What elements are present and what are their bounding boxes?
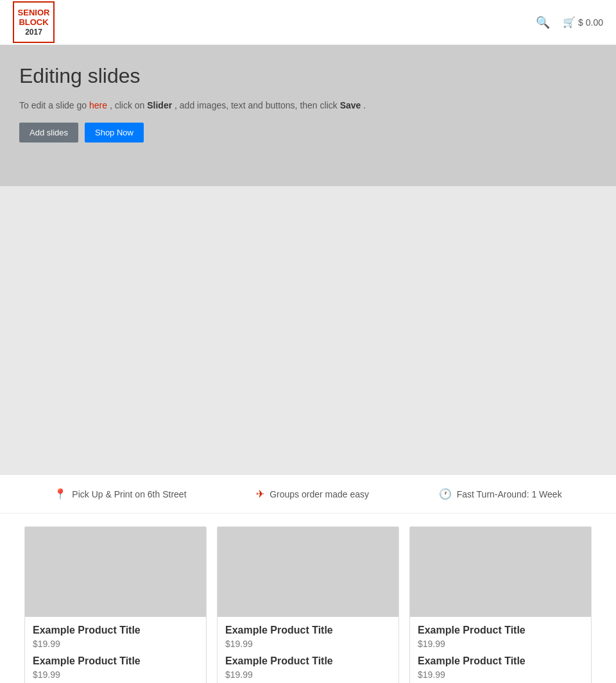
product-price-2b: $19.99 — [225, 670, 391, 680]
banner-section: Editing slides To edit a slide go here ,… — [0, 45, 616, 186]
product-card-2: Example Product Title $19.99 Example Pro… — [217, 526, 399, 683]
feature-item-pickup: 📍 Pick Up & Print on 6th Street — [54, 488, 186, 500]
banner-here-link[interactable]: here — [89, 100, 107, 110]
banner-buttons: Add slides Shop Now — [19, 123, 597, 143]
product-image-1 — [25, 527, 206, 617]
cart-button[interactable]: 🛒 $ 0.00 — [563, 16, 603, 28]
banner-text-1: To edit a slide go — [19, 100, 89, 110]
product-price-2a: $19.99 — [225, 639, 391, 649]
product-title-2a: Example Product Title — [225, 625, 391, 636]
banner-text-end: . — [363, 100, 366, 110]
feature-groups-text: Groups order made easy — [270, 489, 369, 499]
feature-item-groups: ✈ Groups order made easy — [256, 488, 369, 500]
add-slides-button[interactable]: Add slides — [19, 123, 78, 143]
product-price-3a: $19.99 — [418, 639, 583, 649]
product-info-1: Example Product Title $19.99 Example Pro… — [25, 617, 206, 683]
page-title: Editing slides — [19, 64, 597, 88]
feature-turnaround-text: Fast Turn-Around: 1 Week — [457, 489, 562, 499]
slider-area — [0, 186, 616, 475]
groups-icon: ✈ — [256, 488, 264, 500]
product-card-1: Example Product Title $19.99 Example Pro… — [24, 526, 207, 683]
product-card-3: Example Product Title $19.99 Example Pro… — [409, 526, 592, 683]
feature-item-turnaround: 🕐 Fast Turn-Around: 1 Week — [439, 488, 562, 500]
product-price-1a: $19.99 — [33, 639, 198, 649]
logo-container: SENIOR BLOCK 2017 — [13, 1, 55, 43]
product-title-3a: Example Product Title — [418, 625, 583, 636]
search-button[interactable]: 🔍 — [536, 15, 550, 30]
feature-pickup-text: Pick Up & Print on 6th Street — [72, 489, 186, 499]
header: SENIOR BLOCK 2017 🔍 🛒 $ 0.00 — [0, 0, 616, 45]
banner-save-bold: Save — [340, 100, 361, 110]
product-price-3b: $19.99 — [418, 670, 583, 680]
logo-line2: BLOCK — [19, 17, 48, 28]
product-image-2 — [218, 527, 398, 617]
product-info-3: Example Product Title $19.99 Example Pro… — [410, 617, 591, 683]
product-title-1b: Example Product Title — [33, 655, 198, 667]
logo-line1: SENIOR — [18, 8, 50, 18]
product-image-3 — [410, 527, 591, 617]
banner-text-2: , click on — [110, 100, 147, 110]
product-info-2: Example Product Title $19.99 Example Pro… — [218, 617, 398, 683]
cart-icon: 🛒 — [563, 16, 576, 28]
cart-total: $ 0.00 — [578, 17, 603, 28]
product-price-1b: $19.99 — [33, 670, 198, 680]
turnaround-icon: 🕐 — [439, 488, 452, 500]
banner-description: To edit a slide go here , click on Slide… — [19, 98, 597, 112]
header-actions: 🔍 🛒 $ 0.00 — [536, 15, 603, 30]
product-title-1a: Example Product Title — [33, 625, 198, 636]
site-logo: SENIOR BLOCK 2017 — [13, 1, 55, 43]
banner-slider-bold: Slider — [147, 100, 172, 110]
product-title-2b: Example Product Title — [225, 655, 391, 667]
pickup-icon: 📍 — [54, 488, 67, 500]
logo-line3: 2017 — [25, 28, 42, 37]
shop-now-button[interactable]: Shop Now — [85, 123, 144, 143]
product-title-3b: Example Product Title — [418, 655, 583, 667]
features-row: 📍 Pick Up & Print on 6th Street ✈ Groups… — [0, 475, 616, 514]
banner-text-3: , add images, text and buttons, then cli… — [175, 100, 340, 110]
products-row: Example Product Title $19.99 Example Pro… — [0, 514, 616, 683]
